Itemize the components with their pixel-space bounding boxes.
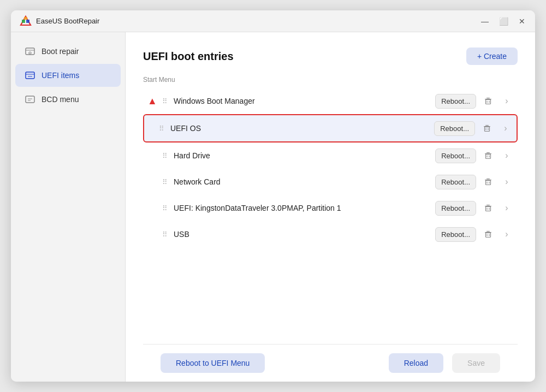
svg-rect-15 [486,100,491,104]
entry-name-5: UEFI: KingstonDataTraveler 3.0PMAP, Part… [174,204,431,212]
uefi-items-icon [24,69,36,81]
delete-btn-3[interactable] [480,148,496,163]
delete-btn-5[interactable] [480,200,496,216]
svg-rect-19 [485,125,489,126]
sidebar-item-bcd-menu-label: BCD menu [41,95,79,104]
create-button[interactable]: + Create [466,47,518,65]
sidebar-item-boot-repair-label: Boot repair [41,47,79,56]
svg-point-6 [29,52,31,54]
save-button[interactable]: Save [452,353,500,373]
svg-rect-1 [22,20,25,23]
entry-row-5: ⠿ UEFI: KingstonDataTraveler 3.0PMAP, Pa… [143,195,518,221]
boot-repair-icon [24,45,36,57]
svg-rect-39 [486,231,490,231]
reload-button[interactable]: Reload [389,353,443,373]
entry-row-1: ▲ ⠿ Windows Boot Manager Reboot... › [143,88,518,114]
reboot-btn-4[interactable]: Reboot... [435,175,476,189]
svg-rect-35 [486,207,491,211]
svg-rect-40 [486,233,491,237]
chevron-btn-1[interactable]: › [500,94,513,108]
entry-row-6: ⠿ USB Reboot... › [143,221,518,247]
chevron-btn-5[interactable]: › [500,201,513,215]
reboot-btn-6[interactable]: Reboot... [435,227,476,242]
chevron-btn-4[interactable]: › [500,175,513,188]
entries-list: ▲ ⠿ Windows Boot Manager Reboot... › [143,88,518,344]
entry-name-2: UEFI OS [170,124,430,133]
svg-rect-20 [485,127,490,132]
footer: Reboot to UEFI Menu Reload Save [143,344,518,382]
chevron-btn-3[interactable]: › [500,149,513,162]
reboot-btn-3[interactable]: Reboot... [435,149,476,163]
svg-rect-7 [26,72,34,79]
svg-rect-10 [26,96,34,103]
sidebar-item-uefi-items[interactable]: UEFI items [15,64,121,87]
page-title: UEFI boot entries [143,50,234,63]
close-button[interactable]: ✕ [518,17,526,26]
svg-rect-29 [486,179,490,179]
chevron-btn-6[interactable]: › [500,228,513,241]
reboot-uefi-button[interactable]: Reboot to UEFI Menu [161,353,265,373]
reboot-btn-5[interactable]: Reboot... [435,201,476,216]
minimize-button[interactable]: — [480,17,489,26]
chevron-btn-2[interactable]: › [499,122,512,135]
content-area: UEFI boot entries + Create Start Menu ▲ … [126,32,535,382]
maximize-button[interactable]: ⬜ [499,17,508,26]
main-layout: Boot repair UEFI items [11,32,535,382]
sidebar: Boot repair UEFI items [11,32,126,382]
bcd-menu-icon [24,93,36,105]
reboot-btn-2[interactable]: Reboot... [434,121,475,136]
entry-name-3: Hard Drive [174,151,431,160]
svg-rect-25 [486,155,491,159]
entry-row-4: ⠿ Network Card Reboot... › [143,169,518,195]
drag-handle-2[interactable]: ⠿ [157,124,166,133]
delete-btn-1[interactable] [480,93,496,109]
svg-rect-2 [26,20,29,23]
drag-handle-1[interactable]: ⠿ [161,97,169,105]
svg-rect-14 [486,98,490,98]
drag-handle-5[interactable]: ⠿ [161,204,169,212]
svg-rect-24 [486,152,490,153]
svg-rect-4 [26,48,34,55]
app-logo [20,15,32,27]
reboot-btn-1[interactable]: Reboot... [435,94,476,109]
svg-rect-30 [486,181,491,185]
delete-btn-6[interactable] [480,227,496,242]
entry-name-4: Network Card [174,177,431,186]
app-title: EaseUS BootRepair [36,17,99,25]
delete-btn-2[interactable] [479,121,495,136]
sidebar-item-bcd-menu[interactable]: BCD menu [15,88,121,111]
entry-name-1: Windows Boot Manager [174,97,431,105]
drag-handle-4[interactable]: ⠿ [161,178,169,186]
entry-row-3: ⠿ Hard Drive Reboot... › [143,142,518,169]
svg-rect-34 [486,205,490,205]
sidebar-item-boot-repair[interactable]: Boot repair [15,40,121,63]
content-header: UEFI boot entries + Create [143,47,518,65]
entry-row-2: ⠿ UEFI OS Reboot... › [143,114,518,142]
up-arrow-icon: ▲ [147,96,156,107]
delete-btn-4[interactable] [480,174,496,189]
svg-rect-3 [24,17,27,20]
section-label: Start Menu [143,76,518,84]
titlebar: EaseUS BootRepair — ⬜ ✕ [11,10,535,32]
drag-handle-6[interactable]: ⠿ [161,230,169,239]
drag-handle-3[interactable]: ⠿ [161,152,169,160]
sidebar-item-uefi-items-label: UEFI items [41,71,79,80]
window-controls: — ⬜ ✕ [480,17,526,26]
app-window: EaseUS BootRepair — ⬜ ✕ Boot repair [11,10,535,382]
entry-name-6: USB [174,230,431,239]
